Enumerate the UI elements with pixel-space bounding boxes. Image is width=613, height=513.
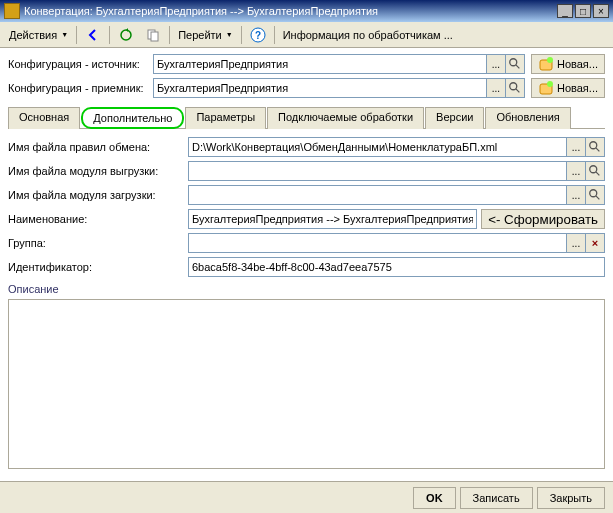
- export-module-browse-button[interactable]: ...: [566, 161, 586, 181]
- svg-point-0: [121, 30, 131, 40]
- svg-text:?: ?: [255, 30, 261, 41]
- chevron-down-icon: ▼: [61, 31, 68, 38]
- close-button[interactable]: ×: [593, 4, 609, 18]
- svg-line-6: [516, 65, 520, 69]
- group-label: Группа:: [8, 237, 188, 249]
- dest-search-button[interactable]: [505, 78, 525, 98]
- dest-new-button[interactable]: Новая...: [531, 78, 605, 98]
- tab-plugins[interactable]: Подключаемые обработки: [267, 107, 424, 129]
- dest-select-button[interactable]: ...: [486, 78, 506, 98]
- refresh-button[interactable]: [113, 24, 139, 46]
- svg-point-13: [590, 142, 597, 149]
- svg-point-17: [590, 190, 597, 197]
- svg-point-5: [510, 59, 517, 66]
- back-button[interactable]: [80, 24, 106, 46]
- import-module-browse-button[interactable]: ...: [566, 185, 586, 205]
- svg-point-9: [510, 83, 517, 90]
- svg-line-14: [596, 148, 600, 152]
- tab-main[interactable]: Основная: [8, 107, 80, 129]
- tabs: Основная Дополнительно Параметры Подключ…: [8, 106, 605, 129]
- id-input[interactable]: [188, 257, 605, 277]
- rules-file-search-button[interactable]: [585, 137, 605, 157]
- actions-menu[interactable]: Действия▼: [4, 24, 73, 46]
- save-button[interactable]: Записать: [460, 487, 533, 509]
- name-input[interactable]: [188, 209, 477, 229]
- tab-params[interactable]: Параметры: [185, 107, 266, 129]
- dest-config-input[interactable]: [153, 78, 487, 98]
- help-button[interactable]: ?: [245, 24, 271, 46]
- copy-button[interactable]: [140, 24, 166, 46]
- svg-point-12: [547, 81, 553, 87]
- rules-file-label: Имя файла правил обмена:: [8, 141, 188, 153]
- close-button-footer[interactable]: Закрыть: [537, 487, 605, 509]
- import-module-input[interactable]: [188, 185, 567, 205]
- export-module-search-button[interactable]: [585, 161, 605, 181]
- toolbar: Действия▼ Перейти▼ ? Информация по обраб…: [0, 22, 613, 48]
- group-browse-button[interactable]: ...: [566, 233, 586, 253]
- rules-file-input[interactable]: [188, 137, 567, 157]
- name-label: Наименование:: [8, 213, 188, 225]
- app-icon: [4, 3, 20, 19]
- id-label: Идентификатор:: [8, 261, 188, 273]
- handlers-info-button[interactable]: Информация по обработчикам ...: [278, 24, 458, 46]
- tab-updates[interactable]: Обновления: [485, 107, 570, 129]
- ok-button[interactable]: OK: [413, 487, 456, 509]
- source-config-input[interactable]: [153, 54, 487, 74]
- description-label: Описание: [8, 283, 605, 295]
- svg-rect-2: [151, 32, 158, 41]
- chevron-down-icon: ▼: [226, 31, 233, 38]
- source-select-button[interactable]: ...: [486, 54, 506, 74]
- generate-button[interactable]: <- Сформировать: [481, 209, 605, 229]
- svg-line-10: [516, 89, 520, 93]
- import-module-label: Имя файла модуля загрузки:: [8, 189, 188, 201]
- source-search-button[interactable]: [505, 54, 525, 74]
- footer: OK Записать Закрыть: [0, 481, 613, 513]
- window-title: Конвертация: БухгалтерияПредприятия --> …: [24, 5, 557, 17]
- svg-line-16: [596, 172, 600, 176]
- source-config-label: Конфигурация - источник:: [8, 58, 153, 70]
- tab-additional[interactable]: Дополнительно: [81, 107, 184, 129]
- group-clear-button[interactable]: ×: [585, 233, 605, 253]
- svg-point-8: [547, 57, 553, 63]
- export-module-input[interactable]: [188, 161, 567, 181]
- dest-config-label: Конфигурация - приемник:: [8, 82, 153, 94]
- svg-line-18: [596, 196, 600, 200]
- goto-menu[interactable]: Перейти▼: [173, 24, 238, 46]
- rules-file-browse-button[interactable]: ...: [566, 137, 586, 157]
- svg-point-15: [590, 166, 597, 173]
- titlebar: Конвертация: БухгалтерияПредприятия --> …: [0, 0, 613, 22]
- tab-versions[interactable]: Версии: [425, 107, 484, 129]
- minimize-button[interactable]: _: [557, 4, 573, 18]
- export-module-label: Имя файла модуля выгрузки:: [8, 165, 188, 177]
- group-input[interactable]: [188, 233, 567, 253]
- description-textarea[interactable]: [8, 299, 605, 469]
- import-module-search-button[interactable]: [585, 185, 605, 205]
- source-new-button[interactable]: Новая...: [531, 54, 605, 74]
- maximize-button[interactable]: □: [575, 4, 591, 18]
